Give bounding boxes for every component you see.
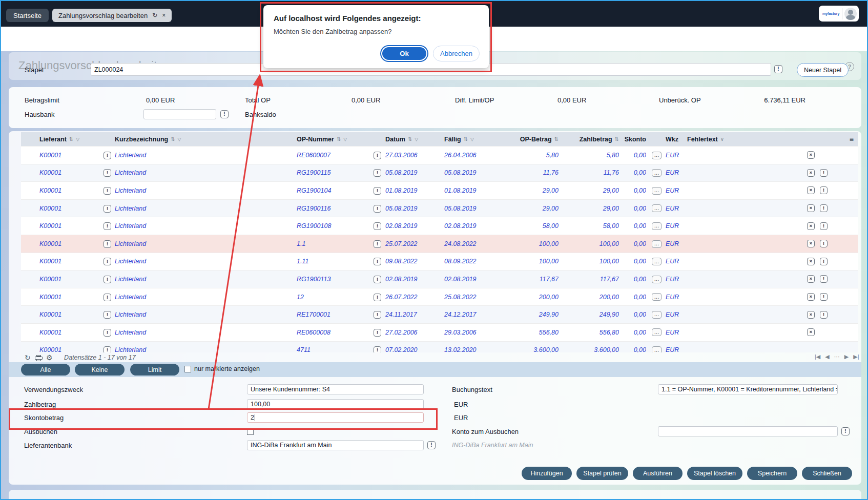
lieferant-link[interactable]: K00001 — [21, 276, 104, 283]
table-row[interactable]: K00001 ! Lichterland RG1900104 ! 01.08.2… — [21, 181, 858, 199]
faellig-value[interactable]: 29.03.2006 — [441, 329, 500, 336]
row-warning-icon[interactable]: ! — [820, 222, 828, 230]
op-nummer-link[interactable]: RG1900116 — [297, 205, 374, 212]
skonto-dots-icon[interactable]: … — [652, 222, 662, 230]
op-betrag-value[interactable]: 249,90 — [500, 311, 559, 318]
speichern-button[interactable]: Speichern — [747, 467, 797, 480]
row-date-info-icon[interactable]: ! — [374, 329, 381, 337]
row-delete-icon[interactable]: × — [807, 186, 815, 194]
datum-value[interactable]: 05.08.2019 — [385, 205, 441, 212]
table-row[interactable]: K00001 ! Lichterland RE0600007 ! 27.03.2… — [21, 146, 858, 164]
col-faellig[interactable]: Fällig⇅▽ — [441, 136, 500, 143]
table-row[interactable]: K00001 ! Lichterland 1.11 ! 09.08.2022 0… — [21, 253, 858, 270]
skontobetrag-input[interactable]: 2 — [247, 412, 424, 423]
sort-icon[interactable]: ⇅ — [69, 136, 73, 142]
op-betrag-value[interactable]: 200,00 — [500, 294, 559, 301]
skonto-dots-icon[interactable]: … — [652, 204, 662, 212]
konto-lookup-icon[interactable]: ! — [841, 427, 850, 435]
op-nummer-link[interactable]: RE1700001 — [297, 311, 374, 318]
kurzbezeichnung-link[interactable]: Lichterland — [115, 294, 297, 301]
row-warning-icon[interactable]: ! — [820, 240, 828, 247]
op-nummer-link[interactable]: 4711 — [297, 346, 374, 352]
datum-value[interactable]: 02.08.2019 — [385, 222, 441, 230]
pager-more-icon[interactable]: ⋯ — [834, 353, 840, 360]
datum-value[interactable]: 27.03.2006 — [385, 152, 441, 159]
op-nummer-link[interactable]: 1.1 — [297, 240, 374, 247]
lieferant-link[interactable]: K00001 — [21, 294, 104, 301]
zahlbetrag-value[interactable]: 100,00 — [559, 258, 619, 265]
op-nummer-link[interactable]: RG1900104 — [297, 187, 374, 194]
kurzbezeichnung-link[interactable]: Lichterland — [115, 169, 297, 176]
datum-value[interactable]: 26.07.2022 — [385, 294, 441, 301]
filter-icon[interactable]: ▽ — [76, 137, 79, 142]
table-row[interactable]: K00001 ! Lichterland 4711 ! 07.02.2020 1… — [21, 341, 858, 352]
skonto-value[interactable]: 0,00 — [619, 258, 646, 265]
ok-button[interactable]: Ok — [381, 46, 427, 61]
skonto-dots-icon[interactable]: … — [652, 169, 662, 177]
col-kurzbezeichnung[interactable]: Kurzbezeichnung⇅▽ — [115, 136, 297, 143]
zahlbetrag-value[interactable]: 556,80 — [559, 329, 619, 336]
lieferant-link[interactable]: K00001 — [21, 258, 104, 265]
hausbank-lookup-icon[interactable]: ! — [220, 110, 229, 118]
skonto-value[interactable]: 0,00 — [619, 205, 646, 212]
skonto-dots-icon[interactable]: … — [652, 240, 662, 248]
print-icon[interactable] — [35, 355, 43, 361]
kurzbezeichnung-link[interactable]: Lichterland — [115, 222, 297, 230]
pager-last-icon[interactable]: ▶| — [853, 353, 859, 360]
row-info-icon[interactable]: ! — [104, 258, 111, 265]
gear-icon[interactable]: ⚙ — [46, 353, 53, 362]
kurzbezeichnung-link[interactable]: Lichterland — [115, 205, 297, 212]
row-warning-icon[interactable]: ! — [820, 275, 828, 283]
table-row[interactable]: K00001 ! Lichterland RG1900113 ! 02.08.2… — [21, 270, 858, 288]
row-date-info-icon[interactable]: ! — [374, 169, 381, 177]
limit-button[interactable]: Limit — [130, 364, 179, 376]
lieferant-link[interactable]: K00001 — [21, 329, 104, 336]
lieferant-link[interactable]: K00001 — [21, 205, 104, 212]
row-delete-icon[interactable]: × — [807, 311, 815, 319]
table-row[interactable]: K00001 ! Lichterland RG1900115 ! 05.08.2… — [21, 164, 858, 182]
zahlbetrag-value[interactable]: 58,00 — [559, 222, 619, 230]
row-date-info-icon[interactable]: ! — [374, 258, 381, 265]
zahlbetrag-value[interactable]: 117,67 — [559, 276, 619, 283]
row-info-icon[interactable]: ! — [104, 187, 111, 195]
skonto-value[interactable]: 0,00 — [619, 222, 646, 230]
skonto-value[interactable]: 0,00 — [619, 240, 646, 247]
filter-icon[interactable]: ▽ — [178, 137, 181, 142]
row-delete-icon[interactable]: × — [807, 258, 815, 265]
faellig-value[interactable]: 13.02.2020 — [441, 346, 500, 352]
skonto-value[interactable]: 0,00 — [619, 276, 646, 283]
table-row[interactable]: K00001 ! Lichterland RG1900108 ! 02.08.2… — [21, 217, 858, 235]
op-betrag-value[interactable]: 58,00 — [500, 222, 559, 230]
op-nummer-link[interactable]: RG1900108 — [297, 222, 374, 230]
op-betrag-value[interactable]: 11,76 — [500, 169, 559, 176]
faellig-value[interactable]: 26.04.2006 — [441, 152, 500, 159]
filter-icon[interactable]: ▽ — [470, 137, 474, 142]
row-delete-icon[interactable]: × — [807, 204, 815, 212]
zahlbetrag-value[interactable]: 200,00 — [559, 294, 619, 301]
faellig-value[interactable]: 25.08.2022 — [441, 294, 500, 301]
faellig-value[interactable]: 01.08.2019 — [441, 187, 500, 194]
row-date-info-icon[interactable]: ! — [374, 187, 381, 195]
skonto-value[interactable]: 0,00 — [619, 294, 646, 301]
skonto-dots-icon[interactable]: … — [652, 187, 662, 195]
datum-value[interactable]: 27.02.2006 — [385, 329, 441, 336]
skonto-value[interactable]: 0,00 — [619, 329, 646, 336]
nur-markierte-checkbox[interactable] — [184, 366, 191, 372]
row-date-info-icon[interactable]: ! — [374, 346, 381, 352]
row-info-icon[interactable]: ! — [104, 205, 111, 213]
lieferant-link[interactable]: K00001 — [21, 187, 104, 194]
lieferant-link[interactable]: K00001 — [21, 169, 104, 176]
row-info-icon[interactable]: ! — [104, 276, 111, 283]
col-op-betrag[interactable]: OP-Betrag⇅ — [500, 136, 559, 143]
filter-icon[interactable]: ▽ — [415, 137, 418, 142]
filter-icon[interactable]: ▽ — [343, 137, 347, 142]
faellig-value[interactable]: 05.08.2019 — [441, 169, 500, 176]
ausfuehren-button[interactable]: Ausführen — [633, 467, 683, 480]
table-row[interactable]: K00001 ! Lichterland RE0600008 ! 27.02.2… — [21, 323, 858, 341]
verwendungszweck-input[interactable]: Unsere Kundennummer: S4 — [247, 384, 424, 394]
op-betrag-value[interactable]: 100,00 — [500, 240, 559, 247]
faellig-value[interactable]: 02.08.2019 — [441, 222, 500, 230]
row-info-icon[interactable]: ! — [104, 294, 111, 301]
alle-button[interactable]: Alle — [21, 364, 70, 376]
skonto-value[interactable]: 0,00 — [619, 152, 646, 159]
